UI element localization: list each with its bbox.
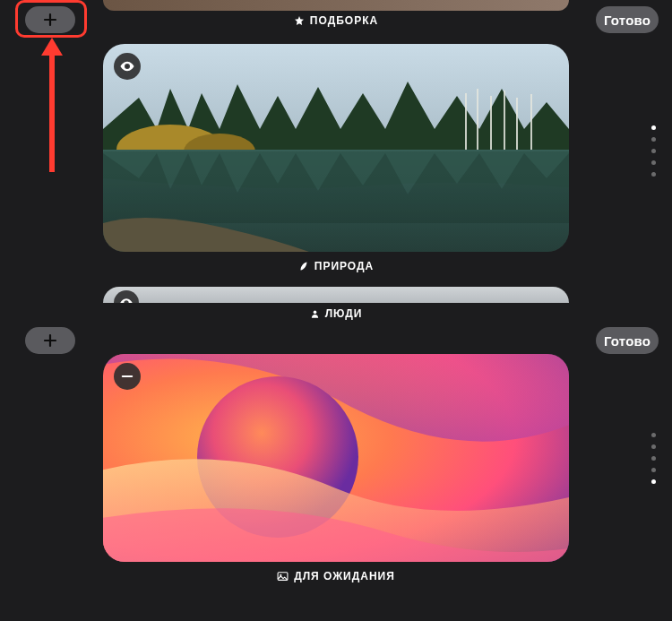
page-dot bbox=[651, 468, 656, 472]
nature-card-visibility-badge[interactable] bbox=[114, 53, 141, 80]
image-icon bbox=[277, 571, 289, 582]
nature-card[interactable] bbox=[103, 44, 569, 252]
standby-label-row: ДЛЯ ОЖИДАНИЯ bbox=[103, 570, 569, 582]
plus-icon bbox=[43, 13, 57, 27]
page-indicator-bottom bbox=[651, 433, 656, 484]
page-dot bbox=[651, 149, 656, 153]
minus-icon bbox=[119, 368, 135, 384]
page-dot bbox=[651, 172, 656, 177]
done-button-bottom[interactable]: Готово bbox=[596, 327, 659, 354]
svg-point-13 bbox=[313, 310, 316, 314]
plus-icon bbox=[43, 333, 57, 348]
add-button-bottom[interactable] bbox=[25, 327, 75, 354]
svg-marker-1 bbox=[41, 38, 63, 56]
nature-label-text: ПРИРОДА bbox=[314, 260, 375, 272]
page-dot bbox=[651, 479, 656, 484]
star-icon bbox=[294, 15, 305, 26]
page-indicator-top bbox=[651, 125, 656, 177]
nature-label-row: ПРИРОДА bbox=[103, 260, 569, 272]
eye-icon bbox=[119, 296, 134, 303]
standby-card[interactable] bbox=[103, 354, 569, 562]
eye-icon bbox=[119, 58, 135, 74]
people-label-row: ЛЮДИ bbox=[103, 307, 569, 320]
leaf-icon bbox=[298, 261, 309, 272]
svg-point-12 bbox=[126, 65, 129, 68]
standby-card-image bbox=[103, 354, 569, 562]
selection-card-partial bbox=[103, 0, 569, 11]
selection-label-row: ПОДБОРКА bbox=[103, 14, 569, 27]
annotation-arrow bbox=[36, 38, 68, 172]
page-dot bbox=[651, 137, 656, 142]
done-button-bottom-label: Готово bbox=[604, 333, 650, 349]
selection-label-text: ПОДБОРКА bbox=[310, 14, 378, 27]
page-dot bbox=[651, 444, 656, 449]
person-icon bbox=[310, 309, 320, 319]
add-button-top[interactable] bbox=[25, 6, 75, 33]
page-dot bbox=[651, 160, 656, 165]
people-card-badge bbox=[114, 290, 139, 303]
people-card-partial[interactable] bbox=[103, 287, 569, 303]
nature-card-image bbox=[103, 44, 569, 252]
standby-label-text: ДЛЯ ОЖИДАНИЯ bbox=[294, 570, 395, 582]
page-dot bbox=[651, 433, 656, 437]
page-dot bbox=[651, 456, 656, 461]
page-dot bbox=[651, 125, 656, 130]
done-button-top[interactable]: Готово bbox=[596, 6, 659, 33]
people-label-text: ЛЮДИ bbox=[325, 307, 363, 320]
done-button-top-label: Готово bbox=[604, 13, 650, 28]
standby-card-remove-badge[interactable] bbox=[114, 363, 141, 390]
